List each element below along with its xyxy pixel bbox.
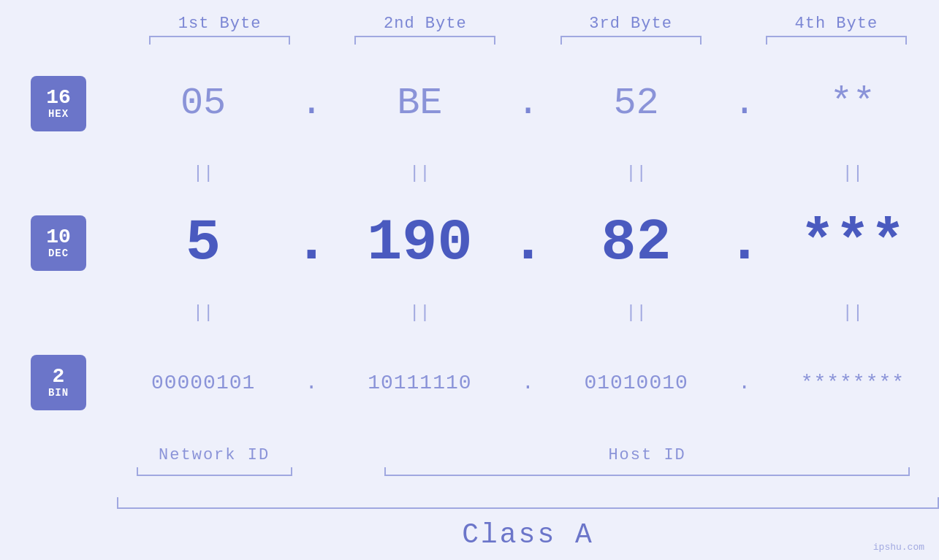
equals-b1-2: || (117, 302, 289, 324)
hex-badge-number: 16 (46, 88, 71, 108)
bin-b1-col: 00000101 (117, 372, 289, 394)
hex-b4-col: ** (767, 82, 939, 125)
bin-dot2: . (506, 372, 550, 394)
hex-badge: 16 HEX (31, 76, 86, 131)
dec-badge: 10 DEC (31, 215, 86, 271)
dec-b3-col: 82 (550, 210, 723, 276)
dec-dot1: . (289, 210, 333, 276)
equals-b2-2: || (333, 302, 506, 324)
bin-b2-col: 10111110 (333, 372, 506, 394)
host-id-label: Host ID (608, 446, 685, 464)
bracket-line-b2 (354, 36, 495, 45)
main-container: 1st Byte 2nd Byte 3rd Byte 4th Byte 16 H… (0, 0, 939, 560)
bin-badge-number: 2 (53, 367, 65, 387)
bin-dot1: . (289, 372, 333, 394)
top-brackets (0, 36, 939, 45)
byte2-header: 2nd Byte (322, 15, 528, 33)
equals-row-2: || || || || (0, 302, 939, 324)
class-label: Class A (462, 519, 594, 551)
dec-dot2: . (506, 210, 550, 276)
dec-b2-col: 190 (333, 210, 506, 276)
equals-row-1: || || || || (0, 162, 939, 184)
bracket-b3 (528, 36, 734, 45)
network-id-bracket (137, 467, 292, 476)
bin-row: 2 BIN 00000101 . 10111110 . 01010010 . *… (0, 324, 939, 442)
dot-spacer-2b (506, 302, 550, 324)
dec-b4-col: *** (767, 210, 939, 276)
network-id-area: Network ID (117, 446, 311, 476)
bin-b2: 10111110 (368, 372, 471, 394)
byte-headers: 1st Byte 2nd Byte 3rd Byte 4th Byte (0, 15, 939, 33)
hex-dot2: . (506, 82, 550, 125)
hex-b2-col: BE (333, 82, 506, 125)
bin-b4: ******** (801, 372, 905, 394)
bin-badge: 2 BIN (31, 355, 86, 410)
bracket-line-b1 (149, 36, 290, 45)
hex-b1-col: 05 (117, 82, 289, 125)
hex-row: 16 HEX 05 . BE . 52 . ** (0, 45, 939, 162)
bin-badge-col: 2 BIN (0, 355, 117, 410)
bin-b4-col: ******** (767, 372, 939, 394)
dot-spacer-2a (289, 302, 333, 324)
bin-b3: 01010010 (584, 372, 688, 394)
equals-b1-1: || (117, 162, 289, 184)
hex-b1: 05 (180, 82, 226, 125)
hex-dot3: . (723, 82, 767, 125)
hex-dot1: . (289, 82, 333, 125)
bracket-b1 (117, 36, 322, 45)
byte3-header: 3rd Byte (528, 15, 734, 33)
equals-b2-1: || (333, 162, 506, 184)
bin-badge-label: BIN (48, 387, 69, 399)
dec-b3: 82 (601, 210, 672, 276)
bin-dot3: . (723, 372, 767, 394)
dec-badge-label: DEC (48, 248, 69, 259)
hex-b3-col: 52 (550, 82, 723, 125)
dec-b2: 190 (367, 210, 472, 276)
dec-dot3: . (723, 210, 767, 276)
byte4-header: 4th Byte (734, 15, 939, 33)
dec-b4: *** (800, 210, 905, 276)
dec-badge-col: 10 DEC (0, 215, 117, 271)
dec-b1: 5 (186, 210, 221, 276)
equals-b4-2: || (767, 302, 939, 324)
footer-area: Class A ipshu.com (0, 509, 939, 560)
hex-b2: BE (397, 82, 442, 125)
dec-row: 10 DEC 5 . 190 . 82 . *** (0, 184, 939, 302)
dot-spacer-1b (506, 162, 550, 184)
hex-b3: 52 (613, 82, 658, 125)
bracket-b4 (734, 36, 939, 45)
bracket-b2 (322, 36, 528, 45)
dot-spacer-1a (289, 162, 333, 184)
bracket-line-b3 (560, 36, 702, 45)
equals-b4-1: || (767, 162, 939, 184)
dec-b1-col: 5 (117, 210, 289, 276)
dot-spacer-1c (723, 162, 767, 184)
equals-b3-1: || (550, 162, 723, 184)
bracket-line-b4 (766, 36, 907, 45)
equals-b3-2: || (550, 302, 723, 324)
watermark: ipshu.com (873, 542, 924, 553)
dec-badge-number: 10 (46, 227, 71, 248)
bin-b1: 00000101 (151, 372, 255, 394)
hex-badge-label: HEX (48, 108, 69, 120)
id-labels-area: Network ID Host ID (0, 446, 939, 497)
hex-badge-col: 16 HEX (0, 76, 117, 131)
hex-b4: ** (830, 82, 875, 125)
network-id-label: Network ID (159, 446, 270, 464)
dot-spacer-2c (723, 302, 767, 324)
byte1-header: 1st Byte (117, 15, 322, 33)
full-bottom-bracket (117, 497, 939, 509)
host-id-bracket (384, 467, 910, 476)
host-id-area: Host ID (355, 446, 939, 476)
rows-area: 16 HEX 05 . BE . 52 . ** || || (0, 45, 939, 442)
bin-b3-col: 01010010 (550, 372, 723, 394)
